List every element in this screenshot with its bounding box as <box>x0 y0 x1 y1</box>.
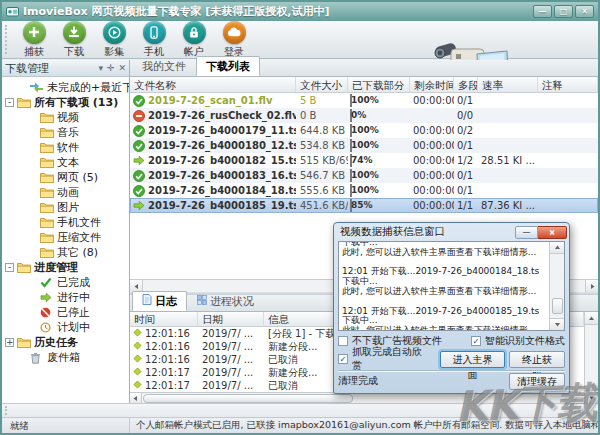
sidebar-tree-item[interactable]: 计划中 <box>2 320 129 335</box>
log-vertical-scrollbar[interactable] <box>584 312 598 403</box>
tree-expander[interactable]: - <box>5 98 14 107</box>
sidebar-tree-item[interactable]: 已完成 <box>2 275 129 290</box>
toolbar-button[interactable]: 影集 <box>94 21 134 59</box>
table-row[interactable]: 2019-7-26_b4000182_15.ts 515 KB/69... 74… <box>130 153 598 168</box>
log-col-time[interactable]: 时间 <box>130 312 198 327</box>
sidebar-tree-item[interactable]: 进行中 <box>2 290 129 305</box>
auto-play-checkbox[interactable]: ✓ <box>338 354 348 364</box>
enter-main-button[interactable]: 进入主界面 <box>440 351 506 368</box>
table-row[interactable]: 2019-7-26_b4000179_11.ts 644.8 KB 100% 0… <box>130 123 598 138</box>
tree-expander[interactable]: + <box>5 338 14 347</box>
log-scroll-up-icon[interactable] <box>585 312 598 325</box>
tree-expander[interactable] <box>28 218 37 227</box>
tree-expander[interactable] <box>28 158 37 167</box>
scroll-right-icon[interactable] <box>585 280 598 292</box>
dialog-minimize-button[interactable]: — <box>515 226 538 239</box>
sidebar-tree-item[interactable]: 废件箱 <box>2 350 129 365</box>
minimize-button[interactable]: — <box>533 5 552 18</box>
col-note[interactable]: 注释 <box>538 77 598 92</box>
close-button[interactable]: ✕ <box>575 5 594 18</box>
sidebar-tree-item[interactable]: - 进度管理 <box>2 260 129 275</box>
dialog-scroll-down-icon[interactable] <box>550 318 564 330</box>
sidebar-tree-item[interactable]: 音乐 <box>2 125 129 140</box>
sidebar-tree-item[interactable]: 图片 <box>2 200 129 215</box>
tree-expander[interactable] <box>28 143 37 152</box>
capture-info-dialog: 视频数据捕获信息窗口 — ✕ 下载中... 此时, 您可以进入软件主界面查看下载… <box>333 222 570 394</box>
table-row[interactable]: 2019-7-26_b4000180_12.ts 534.8 KB 100% 0… <box>130 138 598 153</box>
tree-expander[interactable] <box>28 173 37 182</box>
sidebar-tree-item[interactable]: - 所有下载项 (13) <box>2 95 129 110</box>
table-header[interactable]: 文件名称 文件大小 已下载部分 剩余时间 多段 速率 注释 <box>130 77 598 93</box>
pin-icon[interactable]: ✛ <box>107 63 115 73</box>
tab[interactable]: 我的文件 <box>132 56 196 76</box>
folder-icon <box>17 97 32 108</box>
sidebar-tree-item[interactable]: 软件 <box>2 140 129 155</box>
sidebar-tree-item[interactable]: 未完成的+最近下载的 <box>2 80 129 95</box>
tree-expander[interactable] <box>28 293 37 302</box>
sidebar-tree-item[interactable]: 视频 <box>2 110 129 125</box>
sidebar-tree-item[interactable]: 网页 (5) <box>2 170 129 185</box>
no-ads-checkbox[interactable] <box>338 336 348 346</box>
sidebar-title: 下载管理 <box>5 61 49 76</box>
log-tab[interactable]: 日志 <box>132 291 187 311</box>
stop-capture-button[interactable]: 终止获取 <box>509 351 565 368</box>
tree-expander[interactable] <box>28 233 37 242</box>
col-downloaded[interactable]: 已下载部分 <box>348 77 410 92</box>
sidebar-tree-item[interactable]: 已停止 <box>2 305 129 320</box>
progress-bar: 0% <box>350 109 352 122</box>
col-filename[interactable]: 文件名称 <box>130 77 296 92</box>
tree-expander[interactable] <box>28 278 37 287</box>
table-row[interactable]: 2019-7-26_b4000185_19.ts 451.6 KB/ ... 8… <box>130 198 598 213</box>
toolbar-button[interactable]: 下载 <box>54 21 94 59</box>
dialog-title-bar[interactable]: 视频数据捕获信息窗口 — ✕ <box>334 223 569 240</box>
table-row[interactable]: 2019-7-26_b4000183_16.ts 546.7 KB 100% 0… <box>130 168 598 183</box>
dialog-scrollbar[interactable] <box>549 242 564 330</box>
title-bar[interactable]: ImovieBox 网页视频批量下载专家 [未获得正版授权,试用中] — □ ✕ <box>2 2 598 21</box>
sidebar-tree-item[interactable]: 其它 (8) <box>2 245 129 260</box>
col-segments[interactable]: 多段 <box>454 77 478 92</box>
tree-expander[interactable]: - <box>5 263 14 272</box>
folder-icon <box>40 202 55 213</box>
dialog-scroll-thumb[interactable] <box>552 298 563 314</box>
toolbar-button[interactable]: 登录 <box>214 21 254 59</box>
col-remaining[interactable]: 剩余时间 <box>410 77 454 92</box>
tree-expander[interactable] <box>28 248 37 257</box>
menubar-grip <box>5 406 7 415</box>
table-row[interactable]: 2019-7-26_b4000184_18.ts 555.6 KB 100% 0… <box>130 183 598 198</box>
log-col-date[interactable]: 日期 <box>198 312 264 327</box>
status-bar: 就绪 个人邮箱帐户模式已启用, 已联接 imapbox20161@aliyun.… <box>2 417 598 433</box>
tree-expander[interactable] <box>28 203 37 212</box>
dialog-scroll-up-icon[interactable] <box>550 242 564 254</box>
tree-expander[interactable] <box>18 83 27 92</box>
close-panel-icon[interactable]: ✕ <box>118 63 126 73</box>
tree-expander[interactable] <box>28 323 37 332</box>
tree-expander[interactable] <box>28 113 37 122</box>
log-scroll-thumb[interactable] <box>143 394 353 403</box>
sidebar-tree-item[interactable]: 文本 <box>2 155 129 170</box>
smart-format-checkbox[interactable]: ✓ <box>471 336 481 346</box>
sidebar-tree-item[interactable]: 动画 <box>2 185 129 200</box>
collapse-icon[interactable]: ▾ <box>98 63 103 73</box>
col-filesize[interactable]: 文件大小 <box>296 77 348 92</box>
toolbar-button[interactable]: 帐户 <box>174 21 214 59</box>
toolbar-button[interactable]: 手机 <box>134 21 174 59</box>
sidebar-tree-item[interactable]: 手机文件 <box>2 215 129 230</box>
toolbar-button[interactable]: 捕获 <box>14 21 54 59</box>
col-speed[interactable]: 速率 <box>478 77 538 92</box>
dialog-log-box[interactable]: 下载中... 此时, 您可以进入软件主界面查看下载详细情形... 12:01 开… <box>338 241 565 331</box>
progress-bar: 100% <box>350 139 352 152</box>
log-scroll-down-icon[interactable] <box>585 390 598 403</box>
table-row[interactable]: 2019-7-26_rusCheck_02.flv 0 B 0% 0/0 <box>130 108 598 123</box>
tree-expander[interactable] <box>18 353 27 362</box>
clear-cache-button[interactable]: 清理缓存 <box>509 373 565 390</box>
dialog-close-button[interactable]: ✕ <box>538 226 567 239</box>
sidebar-tree-item[interactable]: 压缩文件 <box>2 230 129 245</box>
log-tab[interactable]: 进程状况 <box>187 291 264 311</box>
table-row[interactable]: 2019-7-26_scan_01.flv 5 B 100% 00:00:00 … <box>130 93 598 108</box>
sidebar-tree-item[interactable]: + 历史任务 <box>2 335 129 350</box>
tab[interactable]: 下载列表 <box>196 56 260 76</box>
tree-expander[interactable] <box>28 308 37 317</box>
tree-expander[interactable] <box>28 128 37 137</box>
maximize-button[interactable]: □ <box>554 5 573 18</box>
tree-expander[interactable] <box>28 188 37 197</box>
